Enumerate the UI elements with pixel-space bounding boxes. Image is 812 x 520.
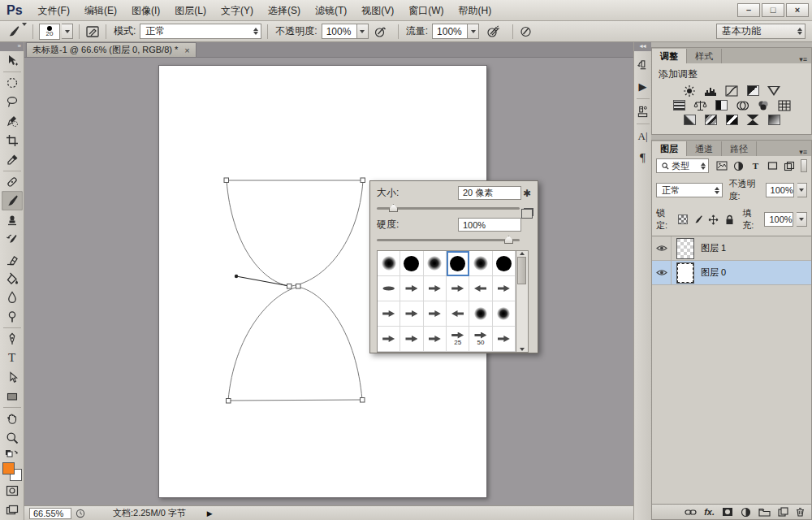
delete-layer-icon[interactable] bbox=[796, 507, 805, 517]
filter-shape-layers-icon[interactable] bbox=[766, 159, 780, 172]
zoom-level-input[interactable]: 66.55% bbox=[29, 508, 71, 519]
minimize-button[interactable]: – bbox=[737, 3, 760, 17]
menu-view[interactable]: 视图(V) bbox=[354, 0, 401, 21]
menu-window[interactable]: 窗口(W) bbox=[401, 0, 451, 21]
layer-visibility-toggle[interactable] bbox=[652, 261, 672, 284]
toggle-brush-panel-icon[interactable] bbox=[85, 25, 100, 38]
dock-collapse-button[interactable]: ◂◂ bbox=[634, 42, 651, 51]
scroll-down-icon[interactable] bbox=[520, 348, 525, 351]
pressure-size-icon[interactable] bbox=[519, 25, 533, 38]
layer-styles-icon[interactable]: fx. bbox=[704, 507, 715, 517]
brush-preset[interactable] bbox=[447, 276, 469, 301]
layer-opacity-input[interactable]: 100% bbox=[766, 183, 794, 197]
opacity-dropdown-arrow[interactable] bbox=[357, 24, 369, 39]
brush-preset[interactable] bbox=[378, 301, 400, 327]
preset-scrollbar[interactable] bbox=[516, 250, 529, 353]
swap-colors-icon[interactable] bbox=[2, 448, 23, 461]
exposure-icon[interactable] bbox=[746, 84, 760, 97]
brush-preset[interactable] bbox=[493, 276, 516, 301]
tab-close-icon[interactable]: × bbox=[184, 46, 189, 55]
crop-tool[interactable] bbox=[2, 131, 23, 150]
posterize-icon[interactable] bbox=[704, 114, 718, 126]
new-layer-icon[interactable] bbox=[778, 507, 788, 517]
opacity-input[interactable]: 100% bbox=[322, 24, 357, 39]
layer-row-0-selected[interactable]: 图层 0 bbox=[652, 261, 811, 285]
size-slider[interactable] bbox=[377, 203, 520, 213]
add-layer-mask-icon[interactable] bbox=[722, 507, 733, 517]
marquee-tool[interactable] bbox=[2, 73, 23, 93]
brush-size-input[interactable]: 20 像素 bbox=[458, 186, 521, 200]
tool-preset-arrow[interactable] bbox=[22, 26, 27, 37]
flow-input[interactable]: 100% bbox=[432, 24, 468, 39]
blur-tool[interactable] bbox=[2, 288, 23, 307]
brush-preset[interactable] bbox=[493, 251, 516, 276]
brush-preset[interactable] bbox=[400, 301, 423, 327]
layer-thumbnail[interactable] bbox=[676, 262, 694, 284]
close-button[interactable]: × bbox=[786, 3, 809, 17]
new-group-icon[interactable] bbox=[758, 508, 771, 517]
history-brush-tool[interactable] bbox=[2, 230, 23, 249]
filter-adjustment-layers-icon[interactable] bbox=[732, 159, 746, 172]
brush-preset-selected[interactable] bbox=[447, 251, 469, 276]
gradient-map-icon[interactable] bbox=[767, 114, 781, 126]
eraser-tool[interactable] bbox=[2, 249, 23, 269]
layer-thumbnail[interactable] bbox=[676, 238, 694, 259]
threshold-icon[interactable] bbox=[725, 114, 739, 126]
levels-icon[interactable] bbox=[704, 84, 718, 97]
brush-preset[interactable] bbox=[378, 251, 400, 276]
layer-blend-mode-select[interactable]: 正常 bbox=[656, 183, 723, 197]
size-slider-thumb[interactable] bbox=[389, 204, 398, 212]
lock-all-icon[interactable] bbox=[723, 213, 736, 226]
layer-opacity-arrow[interactable] bbox=[797, 183, 807, 197]
filter-type-select[interactable]: 类型 bbox=[656, 158, 709, 173]
menu-select[interactable]: 选择(S) bbox=[261, 0, 308, 21]
menu-help[interactable]: 帮助(H) bbox=[451, 0, 499, 21]
color-balance-icon[interactable] bbox=[693, 99, 707, 111]
tab-styles[interactable]: 样式 bbox=[687, 49, 722, 63]
brush-preset[interactable] bbox=[493, 301, 516, 327]
path-selection-tool[interactable] bbox=[2, 368, 23, 388]
tab-channels[interactable]: 通道 bbox=[687, 141, 722, 156]
filter-pixel-layers-icon[interactable] bbox=[715, 159, 729, 172]
brush-preset[interactable] bbox=[400, 276, 423, 301]
pen-tool[interactable] bbox=[2, 329, 23, 349]
pressure-opacity-icon[interactable] bbox=[374, 25, 387, 38]
new-adjustment-layer-icon[interactable] bbox=[741, 507, 751, 518]
channel-mixer-icon[interactable] bbox=[757, 99, 771, 111]
brush-preset[interactable] bbox=[469, 276, 492, 301]
hand-tool[interactable] bbox=[2, 409, 23, 428]
hue-saturation-icon[interactable] bbox=[672, 99, 686, 111]
brush-preset[interactable] bbox=[424, 301, 447, 327]
brush-preset[interactable] bbox=[469, 301, 492, 327]
lock-transparency-icon[interactable] bbox=[678, 214, 688, 224]
brush-preset[interactable] bbox=[424, 276, 447, 301]
tools-collapse-button[interactable]: » bbox=[0, 42, 24, 51]
brush-preset[interactable]: 25 bbox=[447, 327, 469, 352]
curves-icon[interactable] bbox=[725, 84, 739, 97]
brightness-contrast-icon[interactable] bbox=[683, 84, 697, 97]
lock-position-icon[interactable] bbox=[707, 213, 720, 226]
brush-preset[interactable] bbox=[447, 301, 469, 327]
move-tool[interactable] bbox=[2, 51, 23, 71]
flow-dropdown-arrow[interactable] bbox=[468, 24, 479, 39]
brush-preset-picker[interactable]: 20 bbox=[39, 24, 73, 40]
scrollbar-thumb[interactable] bbox=[517, 257, 526, 284]
eyedropper-tool[interactable] bbox=[2, 150, 23, 170]
paragraph-panel-icon[interactable]: ¶ bbox=[635, 147, 651, 168]
workspace-switcher[interactable]: 基本功能 bbox=[716, 24, 806, 39]
layer-row-1[interactable]: 图层 1 bbox=[652, 236, 811, 261]
brush-preset[interactable] bbox=[469, 251, 492, 276]
lasso-tool[interactable] bbox=[2, 92, 23, 111]
character-panel-icon[interactable]: A| bbox=[635, 126, 651, 147]
brush-preset[interactable] bbox=[378, 276, 400, 301]
hardness-input[interactable]: 100% bbox=[458, 218, 521, 232]
status-menu-arrow-icon[interactable]: ▶ bbox=[207, 509, 213, 518]
vibrance-icon[interactable] bbox=[767, 84, 781, 97]
filter-toggle-switch[interactable] bbox=[801, 159, 807, 172]
filter-type-layers-icon[interactable]: T bbox=[749, 159, 762, 172]
tab-adjustments[interactable]: 调整 bbox=[652, 49, 687, 63]
menu-edit[interactable]: 编辑(E) bbox=[77, 0, 124, 21]
shape-tool[interactable] bbox=[2, 387, 23, 406]
fill-arrow[interactable] bbox=[797, 212, 807, 227]
brush-preset[interactable] bbox=[400, 327, 423, 352]
